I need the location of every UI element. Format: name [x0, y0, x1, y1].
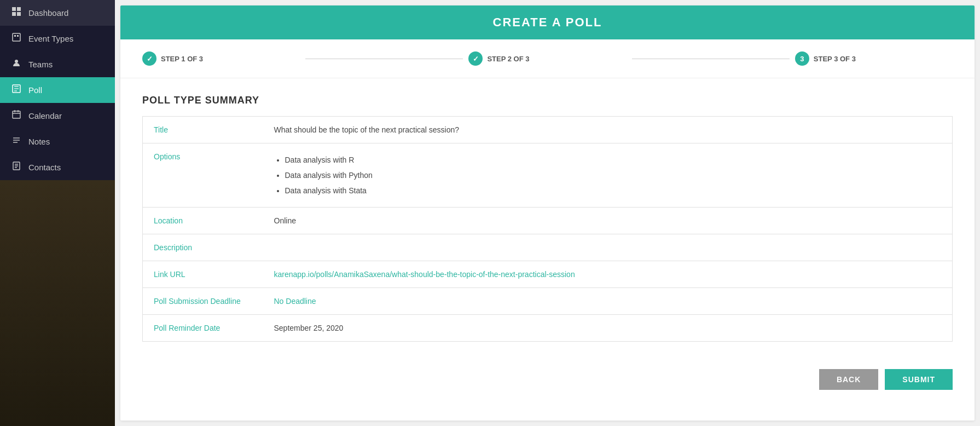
row-value: karenapp.io/polls/AnamikaSaxena/what-sho… [263, 261, 953, 288]
sidebar-label-poll: Poll [28, 85, 42, 95]
notes-icon [11, 136, 22, 147]
svg-rect-12 [13, 111, 20, 118]
sidebar-label-calendar: Calendar [28, 111, 62, 120]
step-3-circle: 3 [795, 51, 809, 66]
calendar-icon [11, 110, 22, 122]
row-label: Options [143, 143, 263, 208]
sidebar-item-event-types[interactable]: Event Types [0, 26, 115, 51]
page-title: CREATE A POLL [493, 15, 602, 29]
step-1-label: STEP 1 OF 3 [161, 55, 203, 63]
table-row: TitleWhat should be the topic of the nex… [143, 117, 953, 143]
svg-rect-5 [14, 35, 16, 37]
sidebar-nav: Dashboard Event Types Teams Poll Calenda… [0, 0, 115, 180]
svg-rect-0 [12, 7, 16, 11]
svg-rect-2 [12, 12, 16, 16]
table-row: Poll Reminder DateSeptember 25, 2020 [143, 315, 953, 342]
svg-rect-1 [17, 7, 21, 11]
row-value: What should be the topic of the next pra… [263, 117, 953, 143]
svg-rect-3 [17, 12, 21, 16]
svg-point-7 [15, 60, 18, 63]
buttons-row: BACK SUBMIT [120, 358, 975, 406]
list-item: Data analysis with Python [285, 168, 942, 183]
sidebar-item-calendar[interactable]: Calendar [0, 103, 115, 129]
sidebar: Dashboard Event Types Teams Poll Calenda… [0, 0, 115, 426]
event-types-icon [11, 33, 22, 44]
section-title: POLL TYPE SUMMARY [142, 95, 953, 106]
row-label: Poll Submission Deadline [143, 288, 263, 315]
step-2-label: STEP 2 OF 3 [487, 55, 529, 63]
step-1: ✓ STEP 1 OF 3 [142, 51, 300, 66]
sidebar-background [0, 180, 115, 426]
sidebar-label-contacts: Contacts [28, 163, 61, 172]
row-label: Title [143, 117, 263, 143]
table-row: Link URLkarenapp.io/polls/AnamikaSaxena/… [143, 261, 953, 288]
sidebar-label-notes: Notes [28, 137, 50, 146]
row-label: Description [143, 234, 263, 261]
list-item: Data analysis with Stata [285, 183, 942, 198]
summary-table: TitleWhat should be the topic of the nex… [142, 116, 953, 342]
sidebar-item-dashboard[interactable]: Dashboard [0, 0, 115, 26]
row-label: Poll Reminder Date [143, 315, 263, 342]
sidebar-item-notes[interactable]: Notes [0, 129, 115, 154]
poll-icon [11, 84, 22, 96]
step-3: 3 STEP 3 OF 3 [795, 51, 953, 66]
list-item: Data analysis with R [285, 152, 942, 168]
sidebar-bg-overlay [0, 180, 115, 426]
svg-rect-4 [13, 33, 20, 41]
back-button[interactable]: BACK [819, 369, 878, 390]
main-wrapper: CREATE A POLL ✓ STEP 1 OF 3 ✓ STEP 2 OF … [115, 0, 980, 426]
svg-rect-6 [17, 35, 19, 37]
dashboard-icon [11, 7, 22, 19]
step-line-1 [305, 59, 463, 59]
row-value: September 25, 2020 [263, 315, 953, 342]
sidebar-label-teams: Teams [28, 60, 53, 69]
steps-container: ✓ STEP 1 OF 3 ✓ STEP 2 OF 3 3 STEP 3 OF … [120, 39, 975, 78]
sidebar-label-event-types: Event Types [28, 34, 73, 43]
step-2-circle: ✓ [468, 51, 483, 66]
row-value: Online [263, 208, 953, 234]
step-1-circle: ✓ [142, 51, 156, 66]
row-value: Data analysis with RData analysis with P… [263, 143, 953, 208]
table-row: Description [143, 234, 953, 261]
page-header: CREATE A POLL [120, 5, 975, 39]
step-3-label: STEP 3 OF 3 [814, 55, 856, 63]
sidebar-label-dashboard: Dashboard [28, 8, 68, 18]
row-label: Link URL [143, 261, 263, 288]
table-row: Poll Submission DeadlineNo Deadline [143, 288, 953, 315]
teams-icon [11, 59, 22, 70]
row-value [263, 234, 953, 261]
sidebar-item-poll[interactable]: Poll [0, 77, 115, 103]
sidebar-item-contacts[interactable]: Contacts [0, 154, 115, 180]
main-card: CREATE A POLL ✓ STEP 1 OF 3 ✓ STEP 2 OF … [120, 5, 975, 421]
step-line-2 [632, 59, 790, 59]
row-label: Location [143, 208, 263, 234]
submit-button[interactable]: SUBMIT [885, 369, 953, 390]
table-row: OptionsData analysis with RData analysis… [143, 143, 953, 208]
content-area: POLL TYPE SUMMARY TitleWhat should be th… [120, 78, 975, 358]
table-row: LocationOnline [143, 208, 953, 234]
sidebar-item-teams[interactable]: Teams [0, 51, 115, 77]
step-2: ✓ STEP 2 OF 3 [468, 51, 626, 66]
contacts-icon [11, 162, 22, 173]
row-value: No Deadline [263, 288, 953, 315]
